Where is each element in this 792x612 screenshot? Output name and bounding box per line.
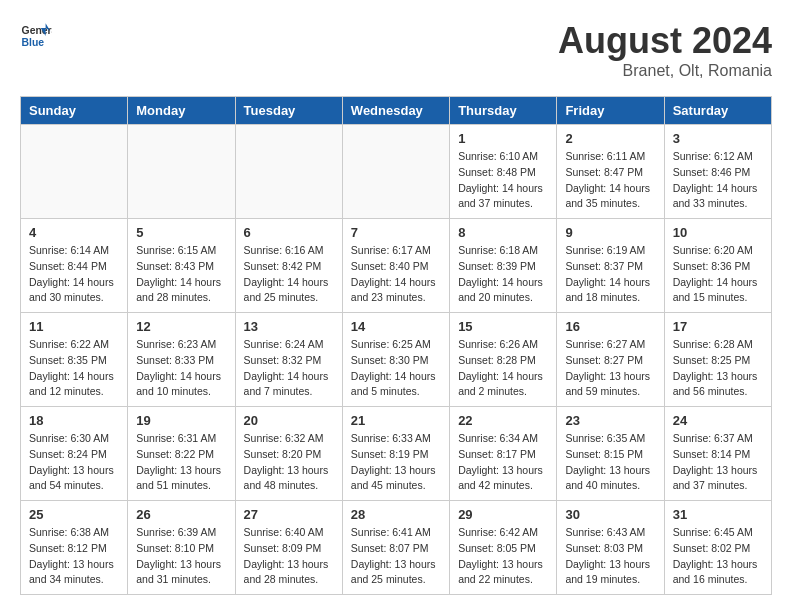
- day-number: 16: [565, 319, 655, 334]
- calendar-cell: 10Sunrise: 6:20 AM Sunset: 8:36 PM Dayli…: [664, 219, 771, 313]
- day-info: Sunrise: 6:30 AM Sunset: 8:24 PM Dayligh…: [29, 431, 119, 494]
- day-info: Sunrise: 6:19 AM Sunset: 8:37 PM Dayligh…: [565, 243, 655, 306]
- calendar-cell: 1Sunrise: 6:10 AM Sunset: 8:48 PM Daylig…: [450, 125, 557, 219]
- day-number: 22: [458, 413, 548, 428]
- day-info: Sunrise: 6:20 AM Sunset: 8:36 PM Dayligh…: [673, 243, 763, 306]
- day-info: Sunrise: 6:37 AM Sunset: 8:14 PM Dayligh…: [673, 431, 763, 494]
- logo: General Blue: [20, 20, 52, 52]
- day-info: Sunrise: 6:28 AM Sunset: 8:25 PM Dayligh…: [673, 337, 763, 400]
- calendar-cell: 25Sunrise: 6:38 AM Sunset: 8:12 PM Dayli…: [21, 501, 128, 595]
- weekday-header-wednesday: Wednesday: [342, 97, 449, 125]
- day-number: 7: [351, 225, 441, 240]
- calendar-cell: 5Sunrise: 6:15 AM Sunset: 8:43 PM Daylig…: [128, 219, 235, 313]
- day-info: Sunrise: 6:16 AM Sunset: 8:42 PM Dayligh…: [244, 243, 334, 306]
- day-info: Sunrise: 6:42 AM Sunset: 8:05 PM Dayligh…: [458, 525, 548, 588]
- calendar-cell: 4Sunrise: 6:14 AM Sunset: 8:44 PM Daylig…: [21, 219, 128, 313]
- generalblue-logo-icon: General Blue: [20, 20, 52, 52]
- day-number: 4: [29, 225, 119, 240]
- day-info: Sunrise: 6:40 AM Sunset: 8:09 PM Dayligh…: [244, 525, 334, 588]
- calendar-cell: 14Sunrise: 6:25 AM Sunset: 8:30 PM Dayli…: [342, 313, 449, 407]
- calendar-cell: 19Sunrise: 6:31 AM Sunset: 8:22 PM Dayli…: [128, 407, 235, 501]
- calendar-cell: [128, 125, 235, 219]
- day-number: 5: [136, 225, 226, 240]
- day-info: Sunrise: 6:18 AM Sunset: 8:39 PM Dayligh…: [458, 243, 548, 306]
- day-number: 9: [565, 225, 655, 240]
- day-info: Sunrise: 6:24 AM Sunset: 8:32 PM Dayligh…: [244, 337, 334, 400]
- week-row-4: 18Sunrise: 6:30 AM Sunset: 8:24 PM Dayli…: [21, 407, 772, 501]
- page-header: General Blue August 2024 Branet, Olt, Ro…: [20, 20, 772, 80]
- day-number: 3: [673, 131, 763, 146]
- day-number: 8: [458, 225, 548, 240]
- calendar-cell: 23Sunrise: 6:35 AM Sunset: 8:15 PM Dayli…: [557, 407, 664, 501]
- day-info: Sunrise: 6:41 AM Sunset: 8:07 PM Dayligh…: [351, 525, 441, 588]
- day-number: 27: [244, 507, 334, 522]
- calendar-cell: 27Sunrise: 6:40 AM Sunset: 8:09 PM Dayli…: [235, 501, 342, 595]
- day-number: 10: [673, 225, 763, 240]
- calendar-cell: 22Sunrise: 6:34 AM Sunset: 8:17 PM Dayli…: [450, 407, 557, 501]
- day-number: 12: [136, 319, 226, 334]
- day-number: 18: [29, 413, 119, 428]
- day-info: Sunrise: 6:33 AM Sunset: 8:19 PM Dayligh…: [351, 431, 441, 494]
- day-info: Sunrise: 6:43 AM Sunset: 8:03 PM Dayligh…: [565, 525, 655, 588]
- day-number: 13: [244, 319, 334, 334]
- calendar-cell: [21, 125, 128, 219]
- calendar-cell: 30Sunrise: 6:43 AM Sunset: 8:03 PM Dayli…: [557, 501, 664, 595]
- day-info: Sunrise: 6:45 AM Sunset: 8:02 PM Dayligh…: [673, 525, 763, 588]
- day-number: 19: [136, 413, 226, 428]
- week-row-3: 11Sunrise: 6:22 AM Sunset: 8:35 PM Dayli…: [21, 313, 772, 407]
- day-number: 1: [458, 131, 548, 146]
- calendar-cell: 9Sunrise: 6:19 AM Sunset: 8:37 PM Daylig…: [557, 219, 664, 313]
- day-info: Sunrise: 6:35 AM Sunset: 8:15 PM Dayligh…: [565, 431, 655, 494]
- week-row-1: 1Sunrise: 6:10 AM Sunset: 8:48 PM Daylig…: [21, 125, 772, 219]
- calendar-cell: 3Sunrise: 6:12 AM Sunset: 8:46 PM Daylig…: [664, 125, 771, 219]
- day-number: 17: [673, 319, 763, 334]
- day-number: 30: [565, 507, 655, 522]
- calendar-cell: 28Sunrise: 6:41 AM Sunset: 8:07 PM Dayli…: [342, 501, 449, 595]
- weekday-header-sunday: Sunday: [21, 97, 128, 125]
- weekday-header-row: SundayMondayTuesdayWednesdayThursdayFrid…: [21, 97, 772, 125]
- day-info: Sunrise: 6:25 AM Sunset: 8:30 PM Dayligh…: [351, 337, 441, 400]
- day-number: 29: [458, 507, 548, 522]
- weekday-header-saturday: Saturday: [664, 97, 771, 125]
- title-block: August 2024 Branet, Olt, Romania: [558, 20, 772, 80]
- day-number: 14: [351, 319, 441, 334]
- calendar-cell: 13Sunrise: 6:24 AM Sunset: 8:32 PM Dayli…: [235, 313, 342, 407]
- day-number: 15: [458, 319, 548, 334]
- day-info: Sunrise: 6:12 AM Sunset: 8:46 PM Dayligh…: [673, 149, 763, 212]
- day-number: 28: [351, 507, 441, 522]
- calendar-cell: 11Sunrise: 6:22 AM Sunset: 8:35 PM Dayli…: [21, 313, 128, 407]
- day-info: Sunrise: 6:26 AM Sunset: 8:28 PM Dayligh…: [458, 337, 548, 400]
- week-row-2: 4Sunrise: 6:14 AM Sunset: 8:44 PM Daylig…: [21, 219, 772, 313]
- day-info: Sunrise: 6:17 AM Sunset: 8:40 PM Dayligh…: [351, 243, 441, 306]
- day-info: Sunrise: 6:38 AM Sunset: 8:12 PM Dayligh…: [29, 525, 119, 588]
- day-info: Sunrise: 6:31 AM Sunset: 8:22 PM Dayligh…: [136, 431, 226, 494]
- day-number: 21: [351, 413, 441, 428]
- calendar-cell: 17Sunrise: 6:28 AM Sunset: 8:25 PM Dayli…: [664, 313, 771, 407]
- day-number: 2: [565, 131, 655, 146]
- day-info: Sunrise: 6:27 AM Sunset: 8:27 PM Dayligh…: [565, 337, 655, 400]
- calendar-cell: [342, 125, 449, 219]
- week-row-5: 25Sunrise: 6:38 AM Sunset: 8:12 PM Dayli…: [21, 501, 772, 595]
- calendar-cell: 15Sunrise: 6:26 AM Sunset: 8:28 PM Dayli…: [450, 313, 557, 407]
- day-info: Sunrise: 6:32 AM Sunset: 8:20 PM Dayligh…: [244, 431, 334, 494]
- calendar-cell: 12Sunrise: 6:23 AM Sunset: 8:33 PM Dayli…: [128, 313, 235, 407]
- weekday-header-friday: Friday: [557, 97, 664, 125]
- day-info: Sunrise: 6:15 AM Sunset: 8:43 PM Dayligh…: [136, 243, 226, 306]
- day-number: 24: [673, 413, 763, 428]
- day-info: Sunrise: 6:23 AM Sunset: 8:33 PM Dayligh…: [136, 337, 226, 400]
- day-number: 6: [244, 225, 334, 240]
- day-number: 20: [244, 413, 334, 428]
- location-subtitle: Branet, Olt, Romania: [558, 62, 772, 80]
- svg-text:Blue: Blue: [22, 37, 45, 48]
- weekday-header-tuesday: Tuesday: [235, 97, 342, 125]
- day-number: 25: [29, 507, 119, 522]
- calendar-cell: [235, 125, 342, 219]
- calendar-cell: 26Sunrise: 6:39 AM Sunset: 8:10 PM Dayli…: [128, 501, 235, 595]
- calendar-table: SundayMondayTuesdayWednesdayThursdayFrid…: [20, 96, 772, 595]
- calendar-cell: 29Sunrise: 6:42 AM Sunset: 8:05 PM Dayli…: [450, 501, 557, 595]
- day-number: 26: [136, 507, 226, 522]
- calendar-cell: 8Sunrise: 6:18 AM Sunset: 8:39 PM Daylig…: [450, 219, 557, 313]
- weekday-header-thursday: Thursday: [450, 97, 557, 125]
- calendar-cell: 16Sunrise: 6:27 AM Sunset: 8:27 PM Dayli…: [557, 313, 664, 407]
- day-info: Sunrise: 6:14 AM Sunset: 8:44 PM Dayligh…: [29, 243, 119, 306]
